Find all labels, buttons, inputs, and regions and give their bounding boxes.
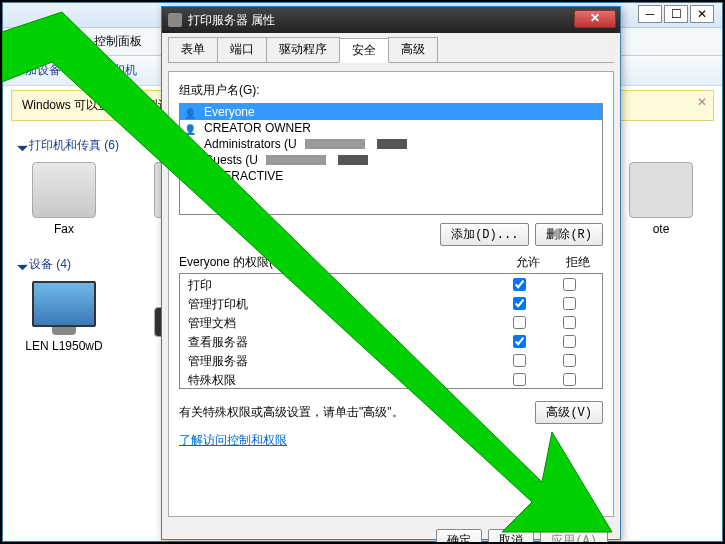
chevron-icon: ▣ <box>69 35 80 49</box>
maximize-button[interactable]: ☐ <box>664 5 688 23</box>
permission-name: 特殊权限 <box>188 372 494 389</box>
advanced-button[interactable]: 高级(V) <box>535 401 603 424</box>
dialog-button-row: 确定 取消 应用(A) <box>162 521 620 544</box>
permission-row: 管理打印机 <box>180 295 602 314</box>
permissions-list: 打印管理打印机管理文档查看服务器管理服务器特殊权限 <box>179 273 603 389</box>
tab-advanced[interactable]: 高级 <box>388 37 438 62</box>
user-icon <box>184 106 200 118</box>
user-name: INTERACTIVE <box>204 169 283 183</box>
user-list[interactable]: EveryoneCREATOR OWNERAdministrators (UGu… <box>179 103 603 215</box>
fax-icon <box>32 162 96 218</box>
chevron-icon: ▸ <box>84 35 90 49</box>
cancel-button[interactable]: 取消 <box>488 529 534 544</box>
learn-more-link[interactable]: 了解访问控制和权限 <box>179 432 287 449</box>
permission-row: 打印 <box>180 276 602 295</box>
deny-column-header: 拒绝 <box>553 254 603 271</box>
printer-icon <box>168 13 182 27</box>
device-item[interactable]: LEN L1950wD <box>19 281 109 355</box>
deny-checkbox[interactable] <box>563 335 576 348</box>
dialog-close-button[interactable]: ✕ <box>574 10 616 28</box>
tab-security[interactable]: 安全 <box>339 38 389 63</box>
permission-name: 查看服务器 <box>188 334 494 351</box>
add-device-link[interactable]: 添加设备 <box>13 62 61 79</box>
minimize-button[interactable]: ─ <box>638 5 662 23</box>
close-button[interactable]: ✕ <box>690 5 714 23</box>
tab-forms[interactable]: 表单 <box>168 37 218 62</box>
breadcrumb-text[interactable]: 控制面板 <box>94 33 142 50</box>
tab-bar: 表单 端口 驱动程序 安全 高级 <box>168 37 614 63</box>
user-name: Guests (U <box>204 153 258 167</box>
back-button[interactable]: ◄ <box>7 31 33 53</box>
close-info-icon[interactable]: ✕ <box>697 95 707 109</box>
device-item[interactable]: ote <box>616 162 706 236</box>
group-icon <box>184 138 200 150</box>
allow-checkbox[interactable] <box>513 316 526 329</box>
deny-checkbox[interactable] <box>563 354 576 367</box>
user-list-item[interactable]: Guests (U <box>180 152 602 168</box>
info-text: Windows 可以显示增强型设置 <box>22 98 182 112</box>
device-item[interactable]: Fax <box>19 162 109 236</box>
allow-checkbox[interactable] <box>513 354 526 367</box>
deny-checkbox[interactable] <box>563 278 576 291</box>
forward-button[interactable]: ► <box>35 31 61 53</box>
allow-checkbox[interactable] <box>513 335 526 348</box>
user-name: CREATOR OWNER <box>204 121 311 135</box>
user-list-item[interactable]: CREATOR OWNER <box>180 120 602 136</box>
permission-name: 管理文档 <box>188 315 494 332</box>
permission-row: 查看服务器 <box>180 333 602 352</box>
permissions-label: Everyone 的权限(P) <box>179 254 503 271</box>
device-label: LEN L1950wD <box>19 339 109 353</box>
user-name: Everyone <box>204 105 255 119</box>
user-name: Administrators (U <box>204 137 297 151</box>
dialog-title: 打印服务器 属性 <box>188 12 275 29</box>
add-button[interactable]: 添加(D)... <box>440 223 529 246</box>
deny-checkbox[interactable] <box>563 373 576 386</box>
allow-checkbox[interactable] <box>513 297 526 310</box>
allow-checkbox[interactable] <box>513 373 526 386</box>
permission-name: 打印 <box>188 277 494 294</box>
dialog-titlebar[interactable]: 打印服务器 属性 ✕ <box>162 7 620 33</box>
deny-checkbox[interactable] <box>563 297 576 310</box>
device-label: ote <box>616 222 706 236</box>
advanced-hint-text: 有关特殊权限或高级设置，请单击"高级"。 <box>179 404 535 421</box>
groups-label: 组或用户名(G): <box>179 82 603 99</box>
breadcrumb[interactable]: ▣ ▸ 控制面板 <box>69 33 142 50</box>
user-list-item[interactable]: Everyone <box>180 104 602 120</box>
permission-row: 管理服务器 <box>180 352 602 371</box>
permission-name: 管理服务器 <box>188 353 494 370</box>
device-label: Fax <box>19 222 109 236</box>
user-list-item[interactable]: INTERACTIVE <box>180 168 602 184</box>
security-tab-content: 组或用户名(G): EveryoneCREATOR OWNERAdministr… <box>168 71 614 517</box>
print-server-properties-dialog: 打印服务器 属性 ✕ 表单 端口 驱动程序 安全 高级 组或用户名(G): Ev… <box>161 6 621 540</box>
printer-icon <box>629 162 693 218</box>
permission-name: 管理打印机 <box>188 296 494 313</box>
tab-ports[interactable]: 端口 <box>217 37 267 62</box>
ok-button[interactable]: 确定 <box>436 529 482 544</box>
allow-checkbox[interactable] <box>513 278 526 291</box>
allow-column-header: 允许 <box>503 254 553 271</box>
group-icon <box>184 170 200 182</box>
permissions-header: Everyone 的权限(P) 允许 拒绝 <box>179 254 603 271</box>
permission-row: 特殊权限 <box>180 371 602 390</box>
user-icon <box>184 122 200 134</box>
user-list-item[interactable]: Administrators (U <box>180 136 602 152</box>
monitor-icon <box>32 281 96 327</box>
remove-button[interactable]: 删除(R) <box>535 223 603 246</box>
group-icon <box>184 154 200 166</box>
add-printer-link[interactable]: 添加打印机 <box>77 62 137 79</box>
deny-checkbox[interactable] <box>563 316 576 329</box>
apply-button[interactable]: 应用(A) <box>540 529 608 544</box>
tab-drivers[interactable]: 驱动程序 <box>266 37 340 62</box>
permission-row: 管理文档 <box>180 314 602 333</box>
